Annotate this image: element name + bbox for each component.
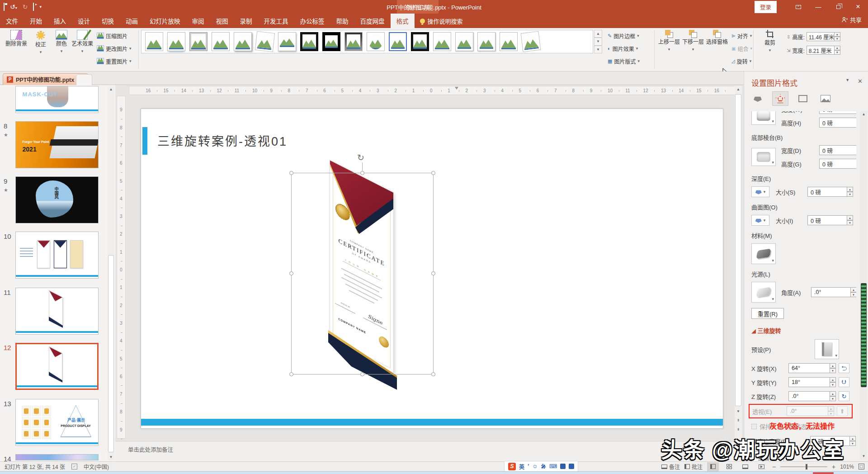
- button-更改图片[interactable]: 更改图片▾: [97, 43, 132, 53]
- ribbon-tab-办公标签[interactable]: 办公标签: [294, 14, 330, 28]
- ime-toolbox-icon[interactable]: [569, 464, 574, 469]
- ribbon-tab-帮助[interactable]: 帮助: [330, 14, 354, 28]
- ime-mode-toggle[interactable]: 英: [519, 463, 524, 470]
- save-icon[interactable]: [4, 4, 5, 10]
- zoom-in-button[interactable]: +: [832, 463, 835, 470]
- ribbon-display-options-button[interactable]: [788, 0, 808, 14]
- new-tab-stub[interactable]: [76, 74, 92, 85]
- slide-number-status[interactable]: 幻灯片 第 12 张, 共 14 张: [5, 463, 65, 470]
- rotate-y-up-icon[interactable]: ⮋: [839, 377, 849, 387]
- gallery-down-icon[interactable]: ▼: [594, 38, 602, 45]
- pane-scrollbar[interactable]: ▲ ▼: [860, 111, 867, 460]
- width-spinner[interactable]: ▲▼: [835, 46, 840, 55]
- resize-handle-s[interactable]: [360, 372, 364, 376]
- undo-icon[interactable]: ↺▾: [10, 4, 17, 10]
- picture-style-12[interactable]: [389, 32, 407, 51]
- ribbon-tab-设计[interactable]: 设计: [72, 14, 96, 28]
- vertical-ruler[interactable]: 9876543210123456789: [117, 96, 126, 439]
- scroll-down-icon[interactable]: ▼: [860, 453, 867, 460]
- rotation-preset-picker[interactable]: ▾: [815, 339, 839, 359]
- resize-handle-n[interactable]: [360, 171, 364, 175]
- slide-thumbnail[interactable]: MASK-OUT: [15, 86, 99, 113]
- height-input[interactable]: 11.46 厘米 ▲▼: [807, 32, 840, 41]
- gallery-more-icon[interactable]: ▼: [594, 46, 602, 53]
- button-图片版式[interactable]: ▦图片版式▾: [608, 56, 640, 66]
- close-button[interactable]: ×: [848, 0, 868, 14]
- button-上移一层[interactable]: 上移一层▾: [658, 30, 680, 63]
- resize-handle-nw[interactable]: [289, 171, 293, 175]
- ribbon-tab-幻灯片放映[interactable]: 幻灯片放映: [144, 14, 186, 28]
- previous-slide-icon[interactable]: ⇞: [735, 417, 742, 424]
- scroll-down-icon[interactable]: ▼: [108, 454, 114, 460]
- ribbon-tab-文件[interactable]: 文件: [0, 14, 24, 28]
- slide-thumbnail[interactable]: [15, 232, 99, 279]
- bottom-bevel-picker[interactable]: ▾: [751, 148, 776, 166]
- resize-handle-se[interactable]: [431, 372, 435, 376]
- resize-handle-ne[interactable]: [431, 171, 435, 175]
- rotation-z-input[interactable]: .0°▲▼: [788, 391, 836, 401]
- picture-style-11[interactable]: [367, 32, 385, 51]
- picture-styles-gallery[interactable]: [141, 30, 593, 53]
- sign-in-button[interactable]: 登录: [755, 1, 777, 13]
- button-重置图片[interactable]: 重置图片▾: [97, 56, 132, 66]
- picture-style-18[interactable]: [521, 31, 541, 52]
- depth-color-picker[interactable]: ▾: [751, 186, 769, 197]
- horizontal-ruler[interactable]: 1615141312111098765432101234567891011121…: [129, 86, 739, 95]
- picture-style-15[interactable]: [455, 32, 473, 51]
- button-选择窗格[interactable]: 选择窗格: [706, 30, 728, 63]
- rotate-z-icon[interactable]: ↻: [839, 391, 849, 401]
- ribbon-tab-录制[interactable]: 录制: [234, 14, 258, 28]
- pane-close-icon[interactable]: ✕: [858, 78, 863, 85]
- ime-emoji-icon[interactable]: ☺: [532, 463, 538, 469]
- bevel-top-height-input[interactable]: 0 磅▲▼: [819, 118, 856, 128]
- slide-thumbnail[interactable]: [15, 343, 99, 390]
- ribbon-tab-插入[interactable]: 插入: [48, 14, 72, 28]
- top-bevel-picker[interactable]: ▾: [751, 111, 776, 125]
- resize-handle-w[interactable]: [289, 271, 293, 275]
- document-tab[interactable]: P PPT中的修图功能.pptx * ×: [3, 73, 88, 85]
- slide-thumbnail[interactable]: 产品·展示PRODUCT DISPLAY: [15, 399, 99, 446]
- zoom-slider[interactable]: [780, 466, 827, 467]
- pane-menu-icon[interactable]: ▼: [845, 78, 849, 85]
- ime-keyboard-icon[interactable]: ⌨: [549, 463, 557, 469]
- rotate-x-left-icon[interactable]: ⮌: [839, 363, 849, 373]
- notes-placeholder[interactable]: 单击此处添加备注: [128, 445, 173, 454]
- slide-thumbnail[interactable]: 中国风: [15, 176, 99, 223]
- tab-effects-icon[interactable]: [772, 91, 788, 106]
- bevel-bottom-height-input[interactable]: 0 磅▲▼: [819, 159, 856, 169]
- zoom-out-button[interactable]: −: [772, 463, 776, 470]
- button-旋转[interactable]: ◿旋转▾: [731, 56, 751, 66]
- button-颜色[interactable]: 颜色▾: [51, 30, 72, 63]
- tab-size-properties-icon[interactable]: [795, 91, 811, 106]
- gallery-up-icon[interactable]: ▲: [594, 30, 602, 38]
- slide-thumbnail[interactable]: Forger Your Point2021: [15, 121, 99, 168]
- context-tool-tab[interactable]: 图片工具: [397, 0, 439, 14]
- restore-button[interactable]: [828, 0, 848, 14]
- bevel-bottom-width-input[interactable]: 0 磅▲▼: [819, 145, 856, 155]
- contour-size-input[interactable]: 0 磅▲▼: [807, 215, 853, 225]
- slide-thumbnail[interactable]: [15, 288, 99, 335]
- ime-mic-icon[interactable]: 🎤︎: [541, 464, 546, 469]
- contour-color-picker[interactable]: ▾: [751, 215, 769, 226]
- customize-qat-icon[interactable]: ▾: [39, 5, 42, 9]
- lighting-angle-input[interactable]: .0°▲▼: [811, 287, 856, 297]
- button-组合[interactable]: ▣组合▾: [731, 43, 752, 53]
- selection-bounding-box[interactable]: [291, 173, 434, 374]
- reset-button[interactable]: 重置(R): [751, 451, 784, 461]
- picture-style-5[interactable]: [234, 32, 252, 51]
- slide[interactable]: 三维旋转案例-透视01 COMPANY NAME CERTIFICATE OF …: [141, 109, 723, 429]
- notes-bar[interactable]: 单击此处添加备注: [115, 441, 744, 461]
- slide-thumbnail[interactable]: [15, 454, 99, 460]
- next-slide-icon[interactable]: ⇟: [735, 426, 742, 433]
- slide-sorter-view-button[interactable]: [723, 462, 735, 471]
- ribbon-tab-审阅[interactable]: 审阅: [186, 14, 210, 28]
- button-删除背景[interactable]: 删除背景: [4, 30, 29, 63]
- button-艺术效果[interactable]: 艺术效果▾: [71, 30, 93, 63]
- ribbon-tab-百度网盘[interactable]: 百度网盘: [354, 14, 391, 28]
- button-图片边框[interactable]: ✎图片边框▾: [608, 31, 639, 41]
- picture-style-4[interactable]: [212, 32, 230, 51]
- picture-style-7[interactable]: [278, 32, 296, 51]
- crop-button[interactable]: 裁剪▾: [760, 30, 780, 63]
- picture-style-13[interactable]: [411, 32, 429, 51]
- tell-me-search[interactable]: 操作说明搜索: [415, 14, 468, 28]
